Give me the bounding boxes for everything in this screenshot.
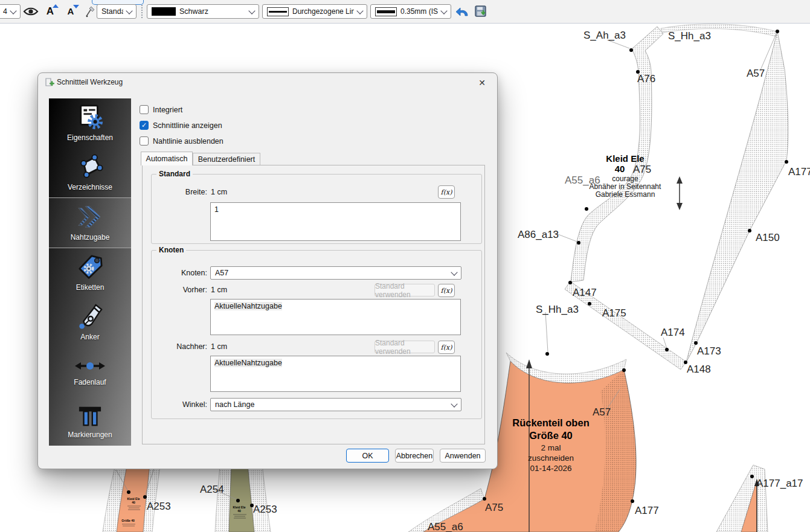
pattern-piece-corner-triangle[interactable] xyxy=(716,465,768,532)
svg-text:zuschneiden: zuschneiden xyxy=(528,453,574,463)
style-value: Standard xyxy=(101,7,123,16)
option-label: Nahtlinie ausblenden xyxy=(153,137,223,146)
pattern-node[interactable] xyxy=(588,302,591,306)
tag-icon xyxy=(76,254,104,280)
winkel-value: nach Länge xyxy=(215,400,254,409)
chevron-down-icon xyxy=(451,269,457,275)
pattern-node[interactable] xyxy=(748,229,751,232)
pattern-node[interactable] xyxy=(622,368,626,372)
pattern-node[interactable] xyxy=(750,475,754,478)
sidebar-item-anker[interactable]: Anker xyxy=(49,297,131,347)
option-label: Schnittlinie anzeigen xyxy=(153,121,222,130)
chevron-down-icon xyxy=(440,7,447,14)
sidebar-item-label: Fadenlauf xyxy=(74,378,106,386)
pattern-node[interactable] xyxy=(483,497,486,501)
strip-mini-size: 40 xyxy=(132,501,135,504)
checkbox-icon[interactable]: ✓ xyxy=(140,121,149,130)
sidebar-item-nahtzugabe[interactable]: Nahtzugabe xyxy=(49,197,131,248)
sidebar-item-markierungen[interactable]: Markierungen xyxy=(49,396,131,446)
apply-button[interactable]: Anwenden xyxy=(440,449,486,463)
save-button[interactable] xyxy=(472,2,490,20)
tab-panel-automatisch: Standard Breite: 1 cm f(x) 1 Knoten Knot… xyxy=(142,165,485,444)
undo-icon xyxy=(455,6,469,17)
winkel-select[interactable]: nach Länge xyxy=(210,398,461,411)
formula-fx-button[interactable]: f(x) xyxy=(438,185,455,199)
cancel-button[interactable]: Abbrechen xyxy=(395,449,434,463)
style-select[interactable]: Standard xyxy=(97,4,137,19)
after-formula-input[interactable]: AktuelleNahtzugabe xyxy=(210,356,461,392)
winkel-label: Winkel: xyxy=(152,400,207,409)
color-value: Schwarz xyxy=(179,7,208,16)
checkbox-icon[interactable]: ✓ xyxy=(140,136,149,146)
chevron-down-icon xyxy=(248,7,255,14)
pattern-piece-side-sliver[interactable] xyxy=(686,31,788,362)
formula-fx-button[interactable]: f(x) xyxy=(438,341,455,354)
pattern-node[interactable] xyxy=(629,48,633,52)
tab-automatisch[interactable]: Automatisch xyxy=(141,152,193,165)
pattern-node[interactable] xyxy=(665,348,669,351)
undo-button[interactable] xyxy=(453,2,471,20)
width-formula-input[interactable]: 1 xyxy=(210,202,461,241)
knoten-group: Knoten Knoten: A57 Vorher: 1 cm Standard… xyxy=(151,250,482,419)
svg-text:courage: courage xyxy=(612,175,638,183)
close-icon[interactable]: ✕ xyxy=(477,77,487,88)
pattern-node[interactable] xyxy=(636,70,640,74)
use-default-before-button[interactable]: Standard verwenden xyxy=(374,284,435,296)
visibility-toggle-button[interactable] xyxy=(22,2,40,20)
knoten-select[interactable]: A57 xyxy=(210,266,461,280)
dialog-titlebar[interactable]: Schnittteil Werkzeug ✕ xyxy=(38,73,497,91)
option-integriert[interactable]: ✓ Integriert xyxy=(140,104,182,115)
checkbox-icon[interactable]: ✓ xyxy=(140,105,149,114)
pin-pen-icon xyxy=(83,5,97,18)
pattern-point-label: A55_a6 xyxy=(428,521,463,532)
decrease-label-font-button[interactable]: A xyxy=(62,2,80,20)
ok-button[interactable]: OK xyxy=(346,449,389,463)
option-nahtlinie-ausblenden[interactable]: ✓ Nahtlinie ausblenden xyxy=(140,136,223,146)
sidebar-item-verzeichnisse[interactable]: Verzeichnisse xyxy=(49,148,131,197)
save-icon xyxy=(475,5,487,18)
breite-label: Breite: xyxy=(152,188,207,196)
pattern-node[interactable] xyxy=(585,207,588,211)
toolbar-drag-handle[interactable] xyxy=(141,5,144,18)
pattern-node[interactable] xyxy=(236,499,240,502)
option-schnittlinie-anzeigen[interactable]: ✓ Schnittlinie anzeigen xyxy=(140,120,222,130)
formula-fx-button[interactable]: f(x) xyxy=(438,284,455,297)
option-label: Integriert xyxy=(153,106,182,114)
color-select[interactable]: Schwarz xyxy=(147,4,259,19)
svg-text:2 mal: 2 mal xyxy=(541,443,561,452)
sidebar-item-etiketten[interactable]: Etiketten xyxy=(49,248,131,298)
pattern-point-label: A253 xyxy=(253,504,277,515)
pattern-node[interactable] xyxy=(631,499,634,503)
knoten-label: Knoten: xyxy=(152,269,207,277)
sidebar-item-fadenlauf[interactable]: Fadenlauf xyxy=(49,347,131,396)
svg-text:Größe 40: Größe 40 xyxy=(529,430,573,441)
zoom-select[interactable]: 40 xyxy=(0,4,21,19)
pattern-node[interactable] xyxy=(776,30,779,33)
tab-label: Benutzerdefiniert xyxy=(198,155,256,164)
pattern-point-label: A177 xyxy=(635,505,659,516)
use-default-after-button[interactable]: Standard verwenden xyxy=(374,341,435,353)
schnittteil-werkzeug-dialog: Schnittteil Werkzeug ✕ Eigenschaften xyxy=(37,72,498,469)
pattern-point-label: A57 xyxy=(593,406,611,418)
pattern-node[interactable] xyxy=(568,281,572,284)
pattern-node[interactable] xyxy=(577,241,580,245)
pattern-node[interactable] xyxy=(545,352,549,356)
increase-label-font-button[interactable]: A xyxy=(41,2,59,20)
pattern-node[interactable] xyxy=(785,160,788,164)
line-type-value: Durchgezogene Linie xyxy=(292,7,354,16)
pattern-node[interactable] xyxy=(250,504,254,507)
pen-nib-icon xyxy=(76,303,104,330)
tab-benutzerdefiniert[interactable]: Benutzerdefiniert xyxy=(193,153,260,165)
zoom-value: 40 xyxy=(3,7,7,16)
pattern-point-label: A175 xyxy=(602,307,626,319)
pattern-node[interactable] xyxy=(684,361,687,364)
sidebar-item-eigenschaften[interactable]: Eigenschaften xyxy=(49,98,131,148)
pattern-point-label: A253 xyxy=(147,501,171,512)
pattern-node[interactable] xyxy=(127,490,130,494)
line-type-select[interactable]: Durchgezogene Linie xyxy=(262,4,367,19)
pattern-node[interactable] xyxy=(694,341,698,345)
pattern-node[interactable] xyxy=(143,495,147,499)
before-formula-input[interactable]: AktuelleNahtzugabe xyxy=(210,299,461,335)
line-weight-select[interactable]: 0.35mm (ISO) xyxy=(370,4,451,19)
seam-allowance-icon xyxy=(76,204,104,230)
